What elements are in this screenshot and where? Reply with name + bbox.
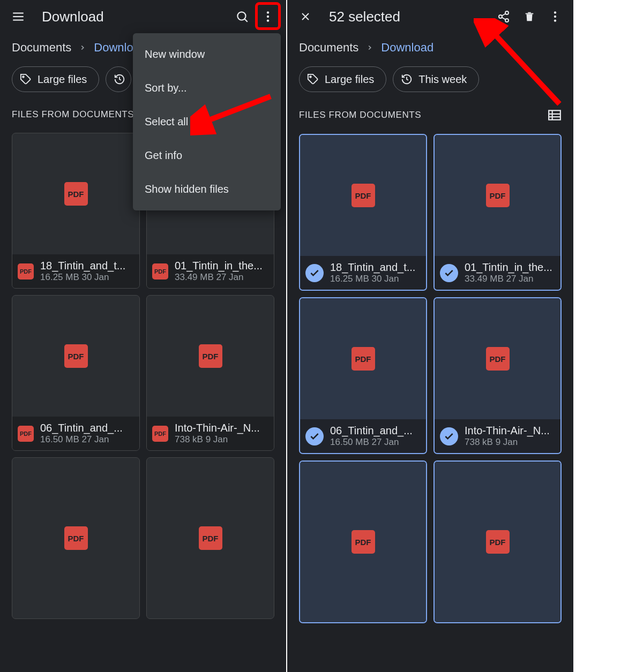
file-thumb: PDF (435, 462, 560, 622)
chevron-right-icon (366, 44, 373, 51)
chevron-right-icon (79, 44, 86, 51)
checkmark-icon (305, 427, 324, 446)
svg-point-14 (505, 19, 509, 22)
file-meta: 16.25 MB 30 Jan (330, 274, 421, 284)
file-tile[interactable]: PDF 18_Tintin_and_t... 16.25 MB 30 Jan (299, 134, 427, 291)
file-thumb: PDF (300, 298, 426, 419)
svg-line-15 (502, 18, 506, 20)
file-name: 01_Tintin_in_the... (175, 260, 268, 272)
filter-chips: Large files This week (287, 58, 573, 92)
file-thumb: PDF (12, 458, 139, 618)
overflow-menu: New window Sort by... Select all Get inf… (133, 33, 281, 210)
share-icon[interactable] (491, 4, 517, 29)
menu-new-window[interactable]: New window (133, 37, 281, 71)
close-icon[interactable] (293, 4, 318, 29)
svg-point-12 (505, 11, 509, 14)
pdf-icon: PDF (64, 182, 88, 206)
file-grid: PDF 18_Tintin_and_t... 16.25 MB 30 Jan P… (287, 126, 573, 631)
pdf-icon: PDF (18, 263, 34, 280)
file-thumb: PDF (147, 458, 274, 618)
svg-point-13 (499, 15, 502, 18)
svg-point-7 (267, 19, 269, 21)
breadcrumb-root[interactable]: Documents (12, 41, 71, 55)
file-tile[interactable]: PDF PDF Into-Thin-Air-_N... 738 kB 9 Jan (146, 295, 274, 451)
file-thumb: PDF (435, 298, 560, 419)
svg-point-6 (267, 16, 269, 18)
history-icon (114, 73, 125, 85)
pdf-icon: PDF (486, 347, 510, 371)
file-tile[interactable]: PDF (299, 460, 427, 623)
pdf-icon: PDF (152, 263, 168, 280)
file-tile[interactable]: PDF (12, 457, 140, 619)
pdf-icon: PDF (199, 526, 222, 550)
svg-rect-21 (549, 110, 560, 119)
pane-left: Download Documents Download Large files … (0, 0, 286, 672)
svg-point-8 (23, 76, 24, 78)
overflow-menu-icon[interactable] (542, 4, 568, 29)
pdf-icon: PDF (64, 526, 88, 550)
file-tile[interactable]: PDF (433, 460, 562, 623)
checkmark-icon (305, 264, 324, 282)
checkmark-icon (440, 427, 458, 446)
menu-show-hidden[interactable]: Show hidden files (133, 172, 281, 206)
search-icon[interactable] (229, 4, 255, 29)
breadcrumb: Documents Download (287, 33, 573, 58)
menu-get-info[interactable]: Get info (133, 139, 281, 172)
breadcrumb-current[interactable]: Download (381, 41, 433, 55)
pdf-icon: PDF (18, 426, 34, 442)
pdf-icon: PDF (199, 344, 222, 368)
file-meta: 33.49 MB 27 Jan (175, 272, 268, 283)
tag-icon (307, 73, 319, 85)
svg-line-4 (245, 19, 248, 22)
svg-line-16 (502, 14, 506, 16)
svg-point-20 (310, 76, 311, 78)
checkmark-icon (440, 264, 458, 282)
file-tile[interactable]: PDF Into-Thin-Air-_N... 738 kB 9 Jan (433, 297, 562, 454)
chip-label: This week (418, 73, 467, 86)
pdf-icon: PDF (352, 347, 375, 371)
chip-label: Large files (325, 73, 374, 86)
svg-point-17 (554, 11, 556, 13)
list-view-icon[interactable] (548, 109, 562, 121)
section-title: FILES FROM DOCUMENTS (12, 109, 134, 120)
file-thumb: PDF (300, 462, 426, 622)
tag-icon (20, 73, 32, 85)
overflow-menu-icon[interactable] (255, 4, 281, 29)
trash-icon[interactable] (517, 4, 542, 29)
section-header: FILES FROM DOCUMENTS (287, 92, 573, 126)
pdf-icon: PDF (352, 184, 375, 207)
file-tile[interactable]: PDF PDF 18_Tintin_and_t... 16.25 MB 30 J… (12, 133, 140, 289)
svg-point-3 (237, 12, 245, 20)
selection-count: 52 selected (318, 9, 491, 25)
file-meta: 16.50 MB 27 Jan (330, 437, 421, 448)
file-tile[interactable]: PDF (146, 457, 274, 619)
hamburger-menu-icon[interactable] (5, 4, 31, 29)
breadcrumb-root[interactable]: Documents (299, 41, 358, 55)
pdf-icon: PDF (64, 344, 88, 368)
file-thumb: PDF (12, 296, 139, 417)
chip-large-files[interactable]: Large files (299, 66, 386, 92)
chip-large-files[interactable]: Large files (12, 66, 99, 92)
chip-label: Large files (38, 73, 87, 86)
file-name: 06_Tintin_and_... (330, 425, 421, 437)
file-tile[interactable]: PDF 06_Tintin_and_... 16.50 MB 27 Jan (299, 297, 427, 454)
file-thumb: PDF (435, 135, 560, 256)
pdf-icon: PDF (486, 184, 510, 207)
section-title: FILES FROM DOCUMENTS (299, 110, 421, 120)
pdf-icon: PDF (152, 426, 168, 442)
menu-select-all[interactable]: Select all (133, 105, 281, 139)
file-thumb: PDF (300, 135, 426, 256)
svg-point-18 (554, 16, 556, 18)
chip-partial[interactable] (106, 66, 131, 92)
file-name: 01_Tintin_in_the... (465, 261, 555, 274)
file-tile[interactable]: PDF PDF 06_Tintin_and_... 16.50 MB 27 Ja… (12, 295, 140, 451)
file-meta: 738 kB 9 Jan (175, 434, 268, 445)
file-name: Into-Thin-Air-_N... (465, 425, 555, 437)
file-name: 18_Tintin_and_t... (330, 261, 421, 274)
file-name: Into-Thin-Air-_N... (175, 422, 268, 434)
chip-this-week[interactable]: This week (393, 66, 479, 92)
top-bar: 52 selected (287, 0, 573, 33)
file-tile[interactable]: PDF 01_Tintin_in_the... 33.49 MB 27 Jan (433, 134, 562, 291)
menu-sort-by[interactable]: Sort by... (133, 71, 281, 105)
file-meta: 16.25 MB 30 Jan (40, 272, 134, 283)
